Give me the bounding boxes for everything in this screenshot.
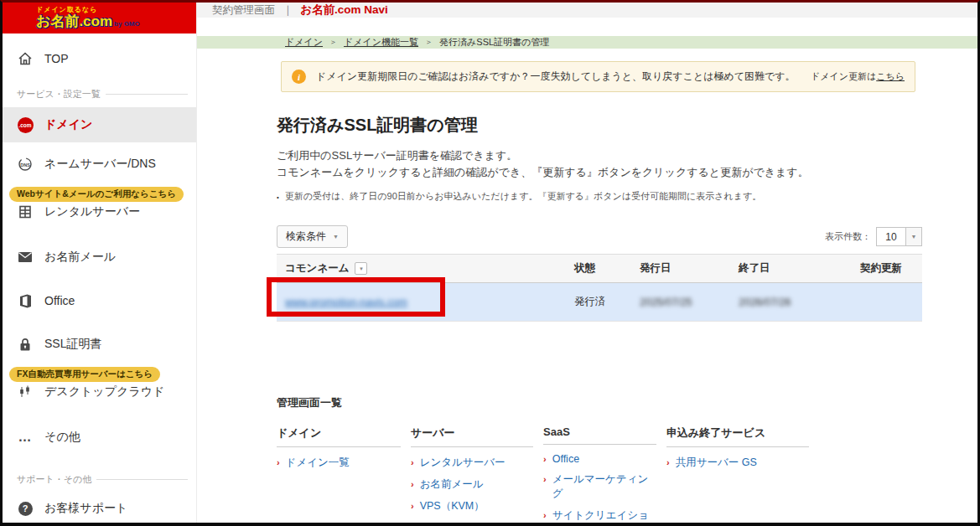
footer-column-server: サーバー ›レンタルサーバー ›お名前メール ›VPS（KVM） ›WordPr… (411, 425, 533, 526)
page-title: 発行済みSSL証明書の管理 (277, 114, 922, 137)
dot-com-glyph: .com (18, 117, 34, 133)
domain-renewal-notice: i ドメイン更新期限日のご確認はお済みですか？一度失効してしまうと、取り戻すこと… (281, 61, 915, 92)
description-line-2: コモンネームをクリックすると詳細の確認ができ、『更新する』ボタンをクリックすると… (277, 164, 922, 181)
cell-contract-renewal (852, 283, 922, 322)
chevron-down-icon: ▼ (359, 266, 364, 271)
desktop-cloud-badge[interactable]: FX自動売買専用サーバーはこちら (9, 367, 160, 382)
notice-text: ドメイン更新期限日のご確認はお済みですか？一度失効してしまうと、取り戻すことは極… (316, 70, 801, 84)
ssl-certificate-table: コモンネーム ▼ 状態 発行日 終了日 契約更新 (277, 254, 922, 322)
footer-link-directory: ドメイン ›ドメイン一覧 サーバー ›レンタルサーバー ›お名前メール ›VPS… (277, 425, 922, 526)
sidebar-section-support: サポート・その他 (17, 473, 188, 486)
svg-text:DNS: DNS (20, 162, 30, 168)
footer-link-rental-server[interactable]: レンタルサーバー (420, 456, 506, 470)
arrow-right-icon: › (411, 479, 414, 489)
question-circle-icon: ? (17, 500, 34, 517)
search-conditions-label: 検索条件 (286, 229, 326, 244)
mail-icon (17, 249, 34, 266)
header-common-name: コモンネーム ▼ (277, 255, 566, 283)
page-body: i ドメイン更新期限日のご確認はお済みですか？一度失効してしまうと、取り戻すこと… (197, 49, 977, 526)
footer-link-mail-marketing[interactable]: メールマーケティング (552, 472, 656, 501)
footer-link-item: ›WordPressテーマ (411, 521, 533, 526)
chevron-down-icon: ▼ (333, 234, 339, 240)
footer-link-wordpress-theme[interactable]: WordPressテーマ (420, 521, 504, 526)
header-expire-date: 終了日 (730, 255, 852, 283)
sidebar-item-domain[interactable]: .com ドメイン (3, 107, 196, 142)
info-icon: i (292, 70, 306, 84)
footer-column-ended-services: 申込み終了サービス ›共用サーバー GS (666, 425, 809, 526)
breadcrumb-link-domain[interactable]: ドメイン (285, 36, 323, 49)
footer-link-vps-kvm[interactable]: VPS（KVM） (420, 499, 485, 513)
sidebar: ドメイン取るなら お名前.comby GMO TOP サービス・設定一覧 .co… (3, 3, 197, 523)
search-conditions-button[interactable]: 検索条件 ▼ (277, 225, 348, 248)
footer-link-item: ›お名前メール (411, 477, 533, 492)
footer-column-heading: ドメイン (277, 425, 401, 447)
sidebar-item-onamae-mail[interactable]: お名前メール (3, 241, 196, 273)
sidebar-item-label: レンタルサーバー (44, 204, 140, 219)
footer-column-heading: サーバー (411, 425, 533, 447)
breadcrumb-separator-icon: ＞ (329, 37, 337, 48)
footer-link-item: ›メールマーケティング (543, 472, 656, 501)
dns-icon: DNS (17, 156, 34, 173)
arrow-right-icon: › (411, 457, 414, 467)
logo-brand-text: お名前.com (36, 13, 112, 29)
footer-link-item: ›サイトクリエイションJr. (543, 508, 656, 526)
footer-link-domain-list[interactable]: ドメイン一覧 (286, 456, 350, 470)
header-common-name-label: コモンネーム (285, 261, 349, 276)
sidebar-item-office[interactable]: Office (3, 285, 196, 317)
header-issue-date: 発行日 (631, 255, 730, 283)
sidebar-item-desktop-cloud[interactable]: デスクトップクラウド (3, 380, 196, 408)
topbar-contract-label: 契約管理画面 (212, 3, 275, 18)
onamae-logo[interactable]: ドメイン取るなら お名前.comby GMO (3, 3, 196, 34)
sidebar-item-label: デスクトップクラウド (44, 384, 164, 400)
breadcrumb-current: 発行済みSSL証明書の管理 (439, 36, 549, 49)
sidebar-item-label: ネームサーバー/DNS (44, 157, 156, 172)
breadcrumb: ドメイン ＞ ドメイン機能一覧 ＞ 発行済みSSL証明書の管理 (197, 36, 977, 49)
footer-link-item: ›VPS（KVM） (411, 499, 533, 513)
footer-link-item: ›共用サーバー GS (666, 456, 809, 470)
rental-server-badge[interactable]: Webサイト&メールのご利用ならこちら (9, 187, 184, 202)
select-arrow-segment[interactable]: ▼ (905, 228, 921, 245)
sidebar-section-services: サービス・設定一覧 (17, 88, 188, 101)
main-content-column: 契約管理画面 ｜ お名前.com Navi ドメイン ＞ ドメイン機能一覧 ＞ … (197, 3, 977, 523)
sidebar-item-dns[interactable]: DNS ネームサーバー/DNS (3, 148, 196, 180)
footer-link-item: ›Office (543, 453, 656, 465)
sidebar-item-customer-support[interactable]: ? お客様サポート (3, 492, 196, 524)
sidebar-item-ssl[interactable]: SSL証明書 (3, 328, 196, 360)
page-size-select[interactable]: 10 ▼ (876, 227, 922, 246)
topbar-separator: ｜ (283, 3, 293, 18)
footer-link-site-creation-jr[interactable]: サイトクリエイションJr. (552, 508, 656, 526)
sidebar-item-label: Office (44, 294, 75, 307)
arrow-right-icon: › (543, 474, 547, 484)
sidebar-item-rental-server[interactable]: レンタルサーバー (3, 200, 196, 228)
common-name-link[interactable]: www.promotion-navis.com (285, 297, 407, 308)
arrow-right-icon: › (411, 523, 414, 526)
header-status: 状態 (566, 255, 631, 283)
table-row: www.promotion-navis.com 発行済 2025/07/25 2… (277, 283, 922, 322)
topbar-navi-brand[interactable]: お名前.com Navi (300, 3, 388, 18)
sidebar-item-label: TOP (44, 52, 69, 65)
cell-issue-date: 2025/07/25 (631, 283, 730, 322)
sidebar-item-top[interactable]: TOP (3, 43, 196, 75)
sidebar-item-label: ドメイン (44, 117, 92, 132)
table-toolbar: 検索条件 ▼ 表示件数： 10 ▼ (277, 225, 922, 248)
cell-status: 発行済 (566, 283, 631, 322)
domain-renewal-link[interactable]: こちら (876, 71, 905, 81)
bullet-icon: • (277, 193, 279, 201)
breadcrumb-link-domain-functions[interactable]: ドメイン機能一覧 (344, 36, 418, 49)
renewal-note: • 更新の受付は、終了日の90日前からお申込みいただけます。『更新する』ボタンは… (277, 190, 922, 203)
sidebar-item-others[interactable]: … その他 (3, 421, 196, 453)
footer-column-heading: 申込み終了サービス (666, 425, 809, 447)
footer-link-office[interactable]: Office (552, 453, 579, 465)
footer-link-onamae-mail[interactable]: お名前メール (420, 477, 484, 492)
ellipsis-icon: … (17, 429, 34, 446)
office-icon (17, 292, 34, 309)
footer-column-domain: ドメイン ›ドメイン一覧 (277, 425, 401, 526)
arrow-right-icon: › (543, 510, 547, 520)
dot-com-domain-icon: .com (17, 116, 34, 133)
lock-icon (17, 336, 34, 353)
sort-dropdown-button[interactable]: ▼ (355, 262, 367, 275)
arrow-right-icon: › (411, 501, 414, 511)
footer-link-shared-server-gs[interactable]: 共用サーバー GS (676, 456, 757, 470)
ssl-table-wrap: コモンネーム ▼ 状態 発行日 終了日 契約更新 (277, 254, 922, 322)
arrow-right-icon: › (666, 457, 670, 467)
